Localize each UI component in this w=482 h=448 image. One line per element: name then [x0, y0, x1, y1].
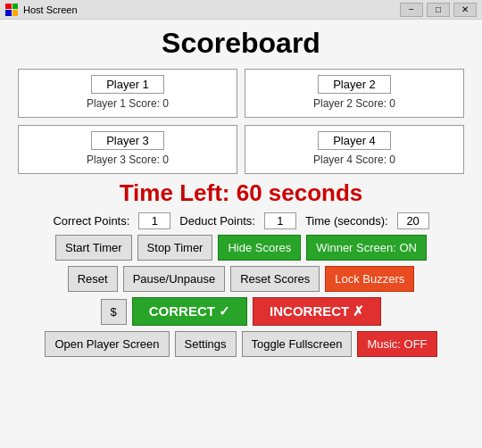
player-4-name: Player 4: [318, 131, 391, 150]
reset-button[interactable]: Reset: [68, 266, 118, 292]
app-icon: [5, 4, 18, 16]
music-off-button[interactable]: Music: OFF: [357, 331, 436, 357]
stop-timer-button[interactable]: Stop Timer: [137, 235, 213, 261]
player-3-name: Player 3: [91, 131, 164, 150]
reset-scores-button[interactable]: Reset Scores: [230, 266, 320, 292]
dollar-button[interactable]: $: [101, 299, 127, 325]
close-button[interactable]: ✕: [453, 3, 477, 17]
correct-points-label: Correct Points:: [53, 214, 129, 228]
hide-scores-button[interactable]: Hide Scores: [218, 235, 301, 261]
player-2-score: Player 2 Score: 0: [313, 97, 395, 110]
maximize-button[interactable]: □: [427, 3, 450, 17]
timer-display: Time Left: 60 seconds: [120, 179, 363, 207]
title-bar: Host Screen − □ ✕: [0, 0, 482, 20]
player-card-3: Player 3 Player 3 Score: 0: [18, 125, 237, 174]
players-grid: Player 1 Player 1 Score: 0 Player 2 Play…: [18, 69, 464, 174]
page-title: Scoreboard: [162, 27, 320, 60]
minimize-button[interactable]: −: [400, 3, 423, 17]
title-bar-text: Host Screen: [23, 4, 400, 15]
time-seconds-input[interactable]: [397, 212, 429, 229]
incorrect-button[interactable]: INCORRECT ✗: [253, 297, 381, 326]
deduct-points-label: Deduct Points:: [179, 214, 255, 228]
player-card-4: Player 4 Player 4 Score: 0: [245, 125, 464, 174]
correct-button[interactable]: CORRECT ✓: [132, 297, 247, 326]
open-player-screen-button[interactable]: Open Player Screen: [45, 331, 169, 357]
control-buttons-row: Reset Pause/Unpause Reset Scores Lock Bu…: [68, 266, 415, 292]
toggle-fullscreen-button[interactable]: Toggle Fullscreen: [242, 331, 353, 357]
lock-buzzers-button[interactable]: Lock Buzzers: [325, 266, 414, 292]
main-content: Scoreboard Player 1 Player 1 Score: 0 Pl…: [0, 20, 482, 448]
player-4-score: Player 4 Score: 0: [313, 153, 395, 166]
start-timer-button[interactable]: Start Timer: [55, 235, 132, 261]
bottom-row: Open Player Screen Settings Toggle Fulls…: [45, 331, 436, 357]
deduct-points-input[interactable]: [264, 212, 296, 229]
pause-unpause-button[interactable]: Pause/Unpause: [123, 266, 226, 292]
player-1-name: Player 1: [91, 75, 164, 94]
winner-screen-button[interactable]: Winner Screen: ON: [306, 235, 427, 261]
player-3-score: Player 3 Score: 0: [87, 153, 169, 166]
settings-button[interactable]: Settings: [175, 331, 237, 357]
answer-buttons-row: $ CORRECT ✓ INCORRECT ✗: [101, 297, 382, 326]
player-card-2: Player 2 Player 2 Score: 0: [245, 69, 464, 118]
player-1-score: Player 1 Score: 0: [87, 97, 169, 110]
player-2-name: Player 2: [318, 75, 391, 94]
correct-points-input[interactable]: [138, 212, 170, 229]
player-card-1: Player 1 Player 1 Score: 0: [18, 69, 237, 118]
window-controls: − □ ✕: [400, 3, 477, 17]
time-seconds-label: Time (seconds):: [305, 214, 388, 228]
settings-row: Correct Points: Deduct Points: Time (sec…: [53, 212, 428, 229]
timer-buttons-row: Start Timer Stop Timer Hide Scores Winne…: [55, 235, 427, 261]
